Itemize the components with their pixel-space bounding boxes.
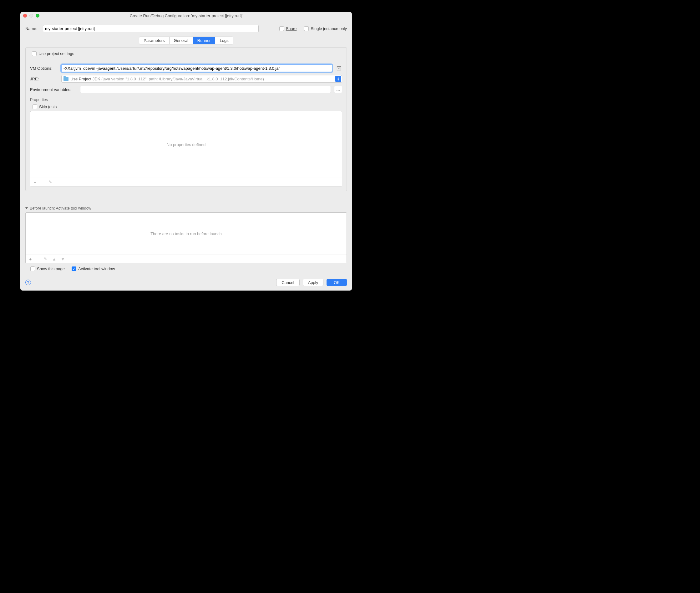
dialog-content: Name: Share Single instance only Paramet… [20,20,352,290]
help-icon[interactable]: ? [25,280,31,285]
move-up-icon: ▲ [52,257,56,261]
dialog-window: Create Run/Debug Configuration: 'my-star… [20,12,352,290]
before-launch-title: Before launch: Activate tool window [30,206,91,210]
activate-tool-window-label: Activate tool window [78,267,115,271]
expand-field-icon[interactable] [335,65,342,72]
vm-options-input[interactable] [61,65,332,72]
svg-rect-0 [337,66,341,70]
tab-logs[interactable]: Logs [215,37,233,44]
tabs: Parameters General Runner Logs [25,37,347,44]
properties-title: Properties [30,97,342,102]
show-this-page-checkbox[interactable] [30,267,35,271]
edit-icon: ✎ [48,180,52,184]
dropdown-stepper-icon[interactable]: ▲▼ [335,76,341,82]
remove-icon: − [42,180,44,184]
properties-empty-text: No properties defined [30,111,342,177]
folder-icon [64,77,69,81]
vm-options-label: VM Options: [30,66,58,71]
remove-icon: − [37,257,39,261]
dialog-footer: ? Cancel Apply OK [25,279,347,286]
use-project-settings-label: Use project settings [38,51,74,56]
name-input[interactable] [43,25,259,32]
properties-list: No properties defined ＋ − ✎ [30,111,342,187]
share-checkbox[interactable] [279,26,284,31]
name-label: Name: [25,26,40,31]
before-launch-list: There are no tasks to run before launch … [25,212,347,263]
activate-tool-window-checkbox[interactable] [72,267,76,271]
skip-tests-label: Skip tests [39,105,56,109]
maximize-icon[interactable] [36,14,39,17]
edit-icon: ✎ [44,257,47,261]
env-vars-browse-button[interactable]: ... [334,86,342,93]
move-down-icon: ▼ [61,257,65,261]
add-icon[interactable]: ＋ [33,180,37,184]
runner-panel: Use project settings VM Options: JRE: Us… [25,47,347,191]
apply-button[interactable]: Apply [303,279,324,286]
tab-general[interactable]: General [169,37,193,44]
minimize-icon[interactable] [29,14,33,17]
jre-value: Use Project JDK (java version "1.8.0_112… [70,77,334,81]
separator [30,60,342,60]
cancel-button[interactable]: Cancel [276,279,299,286]
share-label: Share [286,26,297,31]
window-controls [23,14,39,17]
env-vars-label: Environment variables: [30,87,77,92]
disclosure-triangle-icon[interactable] [25,207,28,209]
env-vars-input[interactable] [80,86,331,93]
single-instance-checkbox[interactable] [304,26,309,31]
tab-parameters[interactable]: Parameters [139,37,169,44]
skip-tests-checkbox[interactable] [33,105,37,109]
titlebar: Create Run/Debug Configuration: 'my-star… [20,12,352,20]
ok-button[interactable]: OK [326,279,347,286]
jre-label: JRE: [30,77,58,81]
name-row: Name: Share Single instance only [25,25,347,32]
properties-toolbar: ＋ − ✎ [30,177,342,186]
use-project-settings-checkbox[interactable] [32,51,37,56]
tab-runner[interactable]: Runner [193,37,216,44]
add-icon[interactable]: ＋ [28,257,33,261]
jre-select[interactable]: Use Project JDK (java version "1.8.0_112… [61,75,342,83]
single-instance-label: Single instance only [311,26,347,31]
before-launch-toolbar: ＋ − ✎ ▲ ▼ [26,254,347,263]
before-launch-empty-text: There are no tasks to run before launch [26,213,347,254]
window-title: Create Run/Debug Configuration: 'my-star… [20,13,352,18]
show-this-page-label: Show this page [37,267,65,271]
close-icon[interactable] [23,14,27,17]
